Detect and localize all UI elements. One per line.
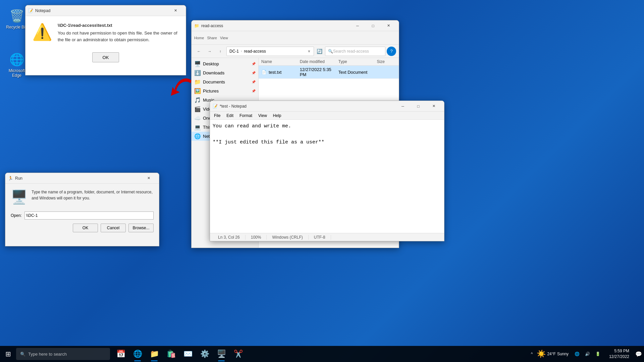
taskbar-app-explorer[interactable]: 📁: [146, 346, 162, 362]
sidebar-item-desktop[interactable]: 🖥️ Desktop 📌: [192, 59, 258, 68]
notepad-minimize-button[interactable]: ─: [395, 101, 411, 112]
file-explorer-titlebar: 📁 read-access ─ □ ✕: [192, 20, 399, 31]
file-date: 12/27/2022 5:35 PM: [300, 67, 338, 77]
menu-help[interactable]: Help: [270, 113, 284, 119]
table-row[interactable]: 📄 test.txt 12/27/2022 5:35 PM Text Docum…: [259, 66, 399, 79]
sidebar-documents-label: Documents: [203, 79, 225, 84]
sidebar-item-downloads[interactable]: ⬇️ Downloads 📌: [192, 68, 258, 77]
error-title: 📝 Notepad: [28, 8, 168, 13]
col-date: Date modified: [300, 59, 338, 64]
taskbar-weather[interactable]: ☀️ 24°F Sunny: [534, 346, 571, 362]
notepad-content-area[interactable]: You can read and write me. **I just edit…: [210, 120, 444, 233]
error-ok-button[interactable]: OK: [92, 52, 119, 62]
notepad-error-dialog: 📝 Notepad ✕ ⚠️ \\DC-1\read-access\test.t…: [25, 5, 186, 75]
start-button[interactable]: ⊞: [0, 346, 16, 362]
error-titlebar: 📝 Notepad ✕: [25, 5, 186, 16]
clock-time: 5:59 PM: [609, 348, 629, 354]
folder-icon: 📁: [194, 23, 199, 28]
run-title-text: 🏃 Run: [8, 176, 141, 181]
notepad-window: 📝 *test - Notepad ─ □ ✕ File Edit Format…: [210, 101, 444, 241]
col-size: Size: [377, 59, 396, 64]
run-close-button[interactable]: ✕: [141, 173, 156, 184]
menu-view[interactable]: View: [256, 113, 270, 119]
taskbar-clock[interactable]: 5:59 PM 12/27/2022: [605, 348, 633, 360]
breadcrumb-dc1: DC-1: [229, 49, 239, 54]
taskbar-app-store[interactable]: 🛍️: [163, 346, 179, 362]
run-ok-button[interactable]: OK: [73, 224, 98, 232]
pin-icon-downloads: 📌: [252, 71, 256, 75]
mail-taskbar-icon: ✉️: [183, 350, 193, 358]
minimize-button[interactable]: ─: [350, 20, 365, 31]
forward-button[interactable]: →: [205, 46, 214, 57]
calendar-icon: 📅: [116, 350, 125, 358]
breadcrumb-read-access: read-access: [244, 49, 266, 54]
this-pc-nav-icon: 💻: [194, 124, 201, 130]
sidebar-downloads-label: Downloads: [203, 70, 224, 75]
store-taskbar-icon: 🛍️: [167, 350, 176, 358]
notepad-maximize-button[interactable]: □: [411, 101, 426, 112]
error-message-line1: You do not have permission to open this …: [58, 30, 179, 37]
back-button[interactable]: ←: [194, 46, 204, 57]
menu-file[interactable]: File: [211, 113, 223, 119]
notepad-controls: ─ □ ✕: [395, 101, 441, 112]
run-browse-button[interactable]: Browse...: [128, 224, 154, 232]
show-hidden-icon[interactable]: ^: [531, 352, 533, 356]
snip-taskbar-icon: ✂️: [234, 350, 243, 358]
notepad-title-icon: 📝: [213, 104, 218, 109]
notepad-line3: **I just edited this file as a user**: [213, 138, 441, 146]
file-name: 📄 test.txt: [261, 70, 300, 75]
notepad-menu: File Edit Format View Help: [210, 112, 444, 120]
run-cancel-button[interactable]: Cancel: [101, 224, 126, 232]
notepad-title-text: 📝 *test - Notepad: [213, 104, 395, 109]
taskbar-app-mail[interactable]: ✉️: [180, 346, 196, 362]
taskbar-system-tray: ^ ☀️ 24°F Sunny 🌐 🔊 🔋: [528, 346, 605, 362]
error-message-line2: the file or an administrator to obtain p…: [58, 37, 179, 43]
network-sys-icon[interactable]: 🌐: [573, 351, 582, 357]
music-nav-icon: 🎵: [194, 97, 201, 103]
maximize-button[interactable]: □: [365, 20, 381, 31]
edge-icon: 🌐: [9, 52, 25, 68]
taskbar-app-calendar[interactable]: 📅: [113, 346, 129, 362]
sidebar-item-pictures[interactable]: 🖼️ Pictures 📌: [192, 86, 258, 96]
explorer-toolbar: ← → ↑ DC-1 › read-access ▼ 🔄 🔍 Search re…: [192, 45, 399, 58]
run-body: 🖥️ Type the name of a program, folder, d…: [5, 184, 159, 210]
taskbar-app-rdp[interactable]: 🖥️: [213, 346, 229, 362]
notepad-line2: [213, 130, 441, 138]
taskbar-app-snip[interactable]: ✂️: [230, 346, 246, 362]
warning-icon: ⚠️: [32, 23, 52, 43]
up-button[interactable]: ↑: [216, 46, 225, 57]
help-button[interactable]: ?: [387, 47, 396, 56]
notepad-close-button[interactable]: ✕: [426, 101, 441, 112]
col-name: Name: [261, 59, 300, 64]
battery-icon[interactable]: 🔋: [593, 351, 602, 357]
menu-format[interactable]: Format: [237, 113, 255, 119]
desktop-nav-icon: 🖥️: [194, 61, 201, 67]
search-icon: 🔍: [20, 352, 25, 357]
menu-edit[interactable]: Edit: [224, 113, 236, 119]
start-icon: ⊞: [5, 350, 11, 358]
run-open-label: Open:: [11, 213, 22, 218]
run-dialog: 🏃 Run ✕ 🖥️ Type the name of a program, f…: [5, 173, 159, 246]
taskbar-app-settings[interactable]: ⚙️: [197, 346, 213, 362]
notification-button[interactable]: 💬: [633, 346, 644, 362]
col-type: Type: [338, 59, 377, 64]
pin-icon-desktop: 📌: [252, 62, 256, 66]
address-bar[interactable]: DC-1 › read-access ▼: [226, 47, 314, 56]
rdp-taskbar-icon: 🖥️: [217, 350, 226, 358]
sidebar-item-documents[interactable]: 📁 Documents 📌: [192, 77, 258, 86]
documents-nav-icon: 📁: [194, 79, 201, 85]
search-box[interactable]: 🔍 Search read-access: [325, 47, 385, 56]
taskbar: ⊞ 🔍 Type here to search 📅 🌐 📁 🛍️ ✉️ ⚙️ 🖥…: [0, 346, 644, 362]
close-button[interactable]: ✕: [381, 20, 396, 31]
network-nav-icon: 🌐: [194, 133, 201, 139]
pictures-nav-icon: 🖼️: [194, 88, 201, 94]
run-open-input[interactable]: [24, 212, 154, 220]
taskbar-search-box[interactable]: 🔍 Type here to search: [16, 348, 110, 360]
status-zoom: 100%: [246, 235, 267, 240]
red-arrow-annotation: [168, 74, 195, 101]
refresh-button[interactable]: 🔄: [315, 47, 324, 55]
weather-icon: ☀️: [537, 350, 546, 358]
error-close-button[interactable]: ✕: [168, 5, 183, 16]
taskbar-app-edge[interactable]: 🌐: [129, 346, 146, 362]
volume-icon[interactable]: 🔊: [583, 351, 592, 357]
